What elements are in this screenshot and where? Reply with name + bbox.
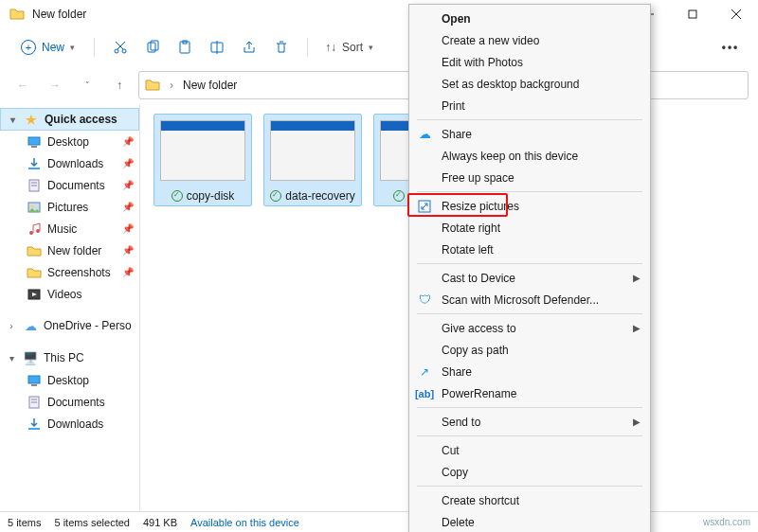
file-item[interactable]: copy-disk [153, 114, 252, 206]
sidebar-item-pictures[interactable]: Pictures📌 [0, 196, 139, 218]
svg-rect-30 [28, 428, 40, 430]
up-button[interactable]: ↑ [106, 72, 133, 98]
file-name: copy-disk [187, 189, 235, 203]
sidebar-item-desktop[interactable]: Desktop [0, 369, 139, 391]
menu-item-label: Copy as path [442, 344, 509, 357]
sidebar-item-videos[interactable]: Videos [0, 283, 139, 305]
sidebar-item-screenshots[interactable]: Screenshots📌 [0, 261, 139, 283]
star-icon: ★ [24, 112, 39, 127]
menu-item-free-up-space[interactable]: Free up space [409, 167, 650, 188]
chevron-right-icon: › [6, 321, 17, 331]
sidebar-item-downloads[interactable]: Downloads [0, 413, 139, 434]
svg-point-23 [36, 229, 40, 233]
menu-item-always-keep-on-this-device[interactable]: Always keep on this device [409, 145, 650, 167]
sidebar-item-label: Documents [47, 396, 105, 409]
sidebar-item-label: Documents [47, 179, 105, 192]
menu-item-label: Free up space [442, 171, 514, 185]
pin-icon: 📌 [122, 267, 134, 277]
menu-item-label: Share [442, 365, 472, 379]
maximize-button[interactable] [671, 0, 714, 28]
close-button[interactable] [714, 0, 758, 28]
sidebar-item-documents[interactable]: Documents📌 [0, 174, 139, 196]
svg-rect-16 [28, 168, 40, 169]
breadcrumb-segment[interactable]: New folder [183, 79, 237, 92]
menu-item-delete[interactable]: Delete [409, 511, 650, 532]
recent-dropdown[interactable]: ˅ [74, 72, 100, 98]
svg-rect-15 [31, 146, 37, 148]
menu-item-create-shortcut[interactable]: Create shortcut [409, 489, 650, 511]
downloads-icon [27, 417, 42, 432]
menu-item-label: Send to [442, 416, 480, 429]
menu-item-label: Cut [442, 444, 460, 457]
sidebar-item-downloads[interactable]: Downloads📌 [0, 152, 139, 174]
context-menu[interactable]: OpenCreate a new videoEdit with PhotosSe… [408, 4, 651, 532]
menu-item-label: Always keep on this device [442, 150, 578, 163]
menu-item-label: Rotate left [442, 243, 494, 257]
rename-button[interactable] [201, 33, 233, 62]
sort-button[interactable]: ↑↓ Sort ▾ [317, 37, 381, 58]
chevron-right-icon: ▶ [633, 417, 641, 427]
watermark: wsxdn.com [703, 517, 750, 527]
folder-icon [145, 78, 160, 93]
copy-button[interactable] [136, 33, 169, 62]
shield-icon: 🛡 [417, 293, 432, 308]
sidebar-item-label: Desktop [47, 374, 89, 387]
menu-item-copy[interactable]: Copy [409, 461, 650, 483]
menu-item-label: Open [442, 12, 471, 26]
forward-button[interactable]: → [42, 72, 68, 98]
menu-item-rotate-left[interactable]: Rotate left [409, 239, 650, 260]
sync-icon [393, 190, 405, 202]
menu-item-set-as-desktop-background[interactable]: Set as desktop background [409, 73, 650, 95]
menu-item-share[interactable]: ↗Share [409, 361, 650, 382]
menu-item-cut[interactable]: Cut [409, 439, 650, 461]
sidebar-item-new-folder[interactable]: New folder📌 [0, 239, 139, 261]
menu-item-label: Print [442, 99, 465, 113]
menu-item-create-a-new-video[interactable]: Create a new video [409, 29, 650, 51]
menu-item-send-to[interactable]: Send to▶ [409, 411, 650, 433]
cut-button[interactable] [104, 33, 136, 62]
menu-item-edit-with-photos[interactable]: Edit with Photos [409, 51, 650, 73]
share-icon: ↗ [417, 364, 432, 380]
sidebar-item-music[interactable]: Music📌 [0, 218, 139, 239]
sidebar-item-desktop[interactable]: Desktop📌 [0, 131, 139, 152]
menu-item-label: Cast to Device [442, 272, 515, 285]
svg-point-4 [115, 49, 118, 53]
svg-rect-26 [31, 384, 37, 386]
separator [307, 38, 308, 57]
paste-button[interactable] [169, 33, 201, 62]
menu-item-give-access-to[interactable]: Give access to▶ [409, 317, 650, 339]
menu-separator [417, 435, 642, 436]
chevron-right-icon: ▶ [633, 273, 641, 283]
menu-item-print[interactable]: Print [409, 95, 650, 116]
quick-access-header[interactable]: ▾ ★ Quick access [0, 108, 139, 131]
svg-point-21 [31, 204, 34, 207]
share-button[interactable] [233, 33, 265, 62]
menu-item-share[interactable]: ☁Share [409, 123, 650, 145]
back-button[interactable]: ← [9, 72, 36, 98]
menu-item-rotate-right[interactable]: Rotate right [409, 217, 650, 239]
menu-item-label: Copy [442, 466, 468, 479]
sidebar-item-documents[interactable]: Documents [0, 391, 139, 413]
navigation-pane: ▾ ★ Quick access Desktop📌Downloads📌Docum… [0, 104, 140, 511]
this-pc-group[interactable]: ▾ 🖥️ This PC [0, 346, 139, 369]
menu-item-label: Set as desktop background [442, 78, 579, 91]
menu-item-open[interactable]: Open [409, 8, 650, 29]
svg-rect-1 [689, 10, 696, 18]
file-item[interactable]: data-recovery [263, 114, 362, 206]
delete-button[interactable] [265, 33, 298, 62]
downloads-icon [27, 156, 42, 171]
chevron-down-icon: ▾ [369, 43, 373, 52]
menu-item-cast-to-device[interactable]: Cast to Device▶ [409, 267, 650, 289]
menu-item-resize-pictures[interactable]: Resize pictures [409, 195, 650, 217]
new-button[interactable]: + New ▾ [11, 36, 84, 59]
thumbnail [160, 120, 245, 181]
sync-icon [171, 190, 183, 202]
menu-separator [417, 486, 642, 487]
more-button[interactable]: ••• [714, 33, 747, 62]
svg-rect-25 [28, 376, 40, 383]
folder-icon [27, 243, 42, 258]
menu-item-copy-as-path[interactable]: Copy as path [409, 339, 650, 361]
menu-item-scan-with-microsoft-defender-[interactable]: 🛡Scan with Microsoft Defender... [409, 289, 650, 310]
menu-item-powerrename[interactable]: [ab]PowerRename [409, 382, 650, 404]
onedrive-group[interactable]: › ☁ OneDrive - Perso [0, 314, 139, 337]
